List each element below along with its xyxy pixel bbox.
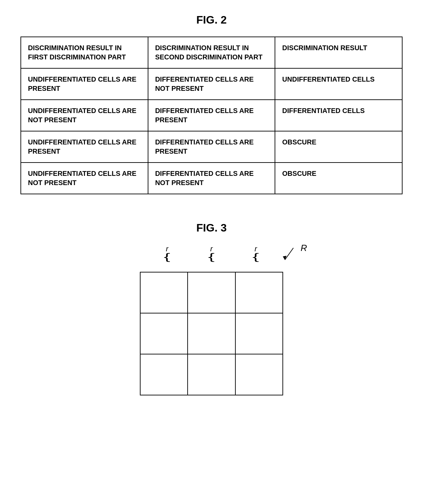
row2-col3: DIFFERENTIATED CELLS xyxy=(275,100,402,131)
fig2-title: FIG. 2 xyxy=(20,14,403,26)
r-labels-row: r { r { r { xyxy=(140,244,283,262)
r-brace-1: { xyxy=(164,251,171,262)
grid-cell xyxy=(235,313,283,354)
row4-col2: DIFFERENTIATED CELLS ARE NOT PRESENT xyxy=(148,163,275,194)
grid-cell xyxy=(235,354,283,395)
row3-col1: UNDIFFERENTIATED CELLS ARE PRESENT xyxy=(21,131,148,163)
row2-col1: UNDIFFERENTIATED CELLS ARE NOT PRESENT xyxy=(21,100,148,131)
R-label: R xyxy=(301,243,307,253)
table-row: UNDIFFERENTIATED CELLS ARE NOT PRESENT D… xyxy=(21,163,402,194)
row4-col3: OBSCURE xyxy=(275,163,402,194)
grid-cell xyxy=(140,354,188,395)
r-label-2: r { xyxy=(198,244,225,262)
table-row: UNDIFFERENTIATED CELLS ARE PRESENT DIFFE… xyxy=(21,131,402,163)
row1-col2: DIFFERENTIATED CELLS ARE NOT PRESENT xyxy=(148,68,275,100)
r-label-3: r { xyxy=(242,244,269,262)
grid-cell xyxy=(188,354,235,395)
diagram-container: R r { r { r xyxy=(140,272,283,395)
r-brace-3: { xyxy=(253,251,259,262)
row2-col2: DIFFERENTIATED CELLS ARE PRESENT xyxy=(148,100,275,131)
grid-cell xyxy=(140,272,188,313)
table-header-row: DISCRIMINATION RESULT IN FIRST DISCRIMIN… xyxy=(21,37,402,68)
svg-line-0 xyxy=(285,248,293,260)
row1-col1: UNDIFFERENTIATED CELLS ARE PRESENT xyxy=(21,68,148,100)
page-content: FIG. 2 DISCRIMINATION RESULT IN FIRST DI… xyxy=(20,14,403,395)
table-row: UNDIFFERENTIATED CELLS ARE PRESENT DIFFE… xyxy=(21,68,402,100)
grid-cell xyxy=(188,272,235,313)
grid-cell xyxy=(188,313,235,354)
header-col3: DISCRIMINATION RESULT xyxy=(275,37,402,68)
fig3-section: FIG. 3 R r { r { xyxy=(20,222,403,395)
grid-diagram xyxy=(140,272,283,395)
grid-row xyxy=(140,354,283,395)
r-brace-2: { xyxy=(208,251,215,262)
header-col1: DISCRIMINATION RESULT IN FIRST DISCRIMIN… xyxy=(21,37,148,68)
grid-row xyxy=(140,313,283,354)
grid-cell xyxy=(235,272,283,313)
row3-col2: DIFFERENTIATED CELLS ARE PRESENT xyxy=(148,131,275,163)
r-label-1: r { xyxy=(154,244,181,262)
row1-col3: UNDIFFERENTIATED CELLS xyxy=(275,68,402,100)
fig2-section: FIG. 2 DISCRIMINATION RESULT IN FIRST DI… xyxy=(20,14,403,194)
R-arrow-icon xyxy=(281,246,298,263)
grid-row xyxy=(140,272,283,313)
fig3-diagram: R r { r { r xyxy=(20,244,403,395)
grid-cell xyxy=(140,313,188,354)
fig2-table: DISCRIMINATION RESULT IN FIRST DISCRIMIN… xyxy=(20,37,403,194)
row4-col1: UNDIFFERENTIATED CELLS ARE NOT PRESENT xyxy=(21,163,148,194)
table-row: UNDIFFERENTIATED CELLS ARE NOT PRESENT D… xyxy=(21,100,402,131)
fig3-title: FIG. 3 xyxy=(20,222,403,234)
row3-col3: OBSCURE xyxy=(275,131,402,163)
header-col2: DISCRIMINATION RESULT IN SECOND DISCRIMI… xyxy=(148,37,275,68)
